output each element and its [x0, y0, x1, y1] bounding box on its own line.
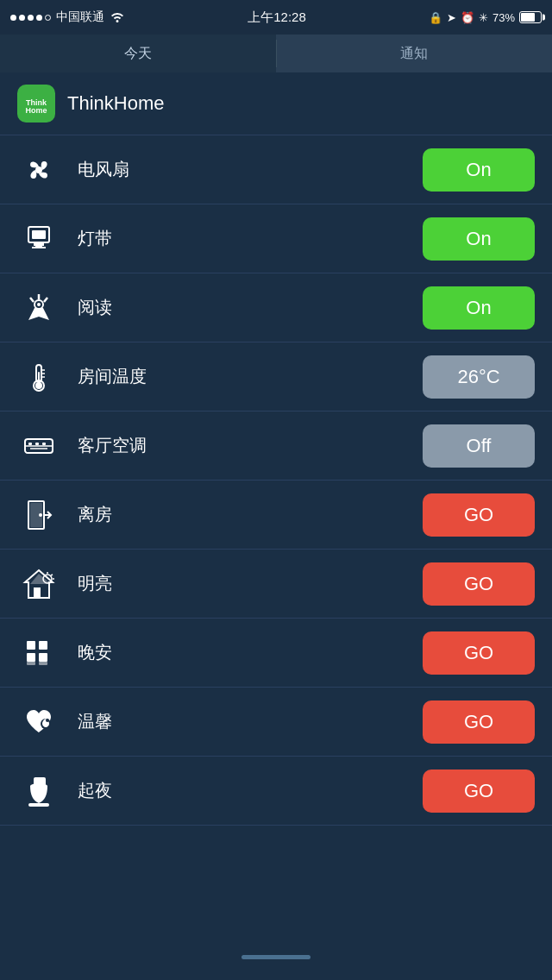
svg-line-36	[51, 575, 53, 575]
svg-point-29	[39, 513, 42, 517]
tab-bar: 今天 通知	[0, 35, 552, 72]
status-left: 中国联通	[10, 9, 125, 25]
wifi-icon	[110, 10, 125, 25]
device-name-night: 起夜	[78, 779, 423, 802]
device-row-led: 灯带 On	[0, 204, 552, 273]
device-name-bright: 明亮	[78, 572, 423, 595]
svg-rect-43	[39, 662, 47, 665]
bottom-bar	[0, 933, 552, 980]
home-icon	[17, 562, 60, 606]
svg-rect-48	[28, 803, 49, 807]
app-title: ThinkHome	[67, 92, 164, 115]
svg-point-47	[30, 783, 47, 788]
btn-bright[interactable]: GO	[423, 562, 535, 606]
device-list: 电风扇 On 灯带 On 阅读	[0, 135, 552, 826]
battery-percent: 73%	[492, 11, 515, 24]
svg-rect-17	[38, 372, 40, 384]
svg-point-3	[35, 166, 42, 173]
svg-rect-23	[28, 443, 32, 445]
svg-rect-33	[34, 587, 41, 598]
btn-temp[interactable]: 26°C	[423, 355, 535, 399]
led-icon	[17, 217, 60, 261]
heart-icon	[17, 700, 60, 744]
btn-leave[interactable]: GO	[423, 493, 535, 537]
svg-point-45	[46, 719, 49, 722]
device-name-warm: 温馨	[78, 710, 423, 733]
tab-notify[interactable]: 通知	[277, 35, 553, 72]
device-name-fan: 电风扇	[78, 158, 423, 181]
signal-icon	[10, 15, 51, 21]
lock-icon: 🔒	[429, 11, 442, 24]
svg-line-11	[30, 298, 34, 302]
svg-rect-39	[39, 641, 47, 650]
bluetooth-icon: ✳	[479, 11, 488, 24]
btn-night[interactable]: GO	[423, 770, 535, 813]
device-row-read: 阅读 On	[0, 273, 552, 342]
device-name-led: 灯带	[78, 227, 423, 250]
btn-led[interactable]: On	[423, 217, 535, 261]
door-icon	[17, 493, 60, 537]
svg-line-10	[44, 298, 47, 302]
btn-fan[interactable]: On	[423, 148, 535, 192]
device-name-temp: 房间温度	[78, 365, 423, 388]
svg-rect-5	[32, 230, 46, 239]
svg-rect-25	[42, 443, 46, 445]
tab-today[interactable]: 今天	[0, 35, 276, 72]
toilet-icon	[17, 770, 60, 813]
fan-icon	[17, 148, 60, 192]
device-name-sleep: 晚安	[78, 641, 423, 664]
device-name-leave: 离房	[78, 503, 423, 526]
device-row-night: 起夜 GO	[0, 757, 552, 826]
battery-icon	[519, 11, 542, 23]
read-icon	[17, 286, 60, 330]
btn-sleep[interactable]: GO	[423, 631, 535, 675]
svg-rect-41	[39, 653, 47, 662]
btn-warm[interactable]: GO	[423, 700, 535, 744]
device-row-sleep: 晚安 GO	[0, 619, 552, 688]
btn-ac[interactable]: Off	[423, 424, 535, 468]
location-icon: ➤	[447, 11, 456, 24]
device-row-warm: 温馨 GO	[0, 688, 552, 757]
svg-rect-6	[34, 242, 44, 246]
thermometer-icon	[17, 355, 60, 399]
device-row-temp: 房间温度 26°C	[0, 342, 552, 411]
alarm-icon: ⏰	[461, 11, 474, 24]
svg-rect-42	[27, 662, 35, 665]
device-row-bright: 明亮 GO	[0, 550, 552, 619]
grid-icon	[17, 631, 60, 675]
device-row-leave: 离房 GO	[0, 481, 552, 550]
ac-icon	[17, 424, 60, 468]
svg-point-13	[37, 303, 41, 306]
app-header: Think Home ThinkHome	[0, 72, 552, 135]
device-row-fan: 电风扇 On	[0, 135, 552, 204]
status-bar: 中国联通 上午12:28 🔒 ➤ ⏰ ✳ 73%	[0, 0, 552, 35]
svg-rect-24	[35, 443, 39, 445]
btn-read[interactable]: On	[423, 286, 535, 330]
svg-rect-40	[27, 653, 35, 662]
device-row-ac: 客厅空调 Off	[0, 411, 552, 481]
svg-rect-38	[27, 641, 35, 650]
status-right: 🔒 ➤ ⏰ ✳ 73%	[429, 11, 542, 24]
carrier-label: 中国联通	[56, 9, 104, 25]
home-indicator	[242, 955, 310, 959]
device-name-ac: 客厅空调	[78, 434, 423, 457]
svg-text:Home: Home	[25, 106, 47, 115]
device-name-read: 阅读	[78, 296, 423, 319]
app-logo: Think Home	[17, 85, 55, 122]
status-time: 上午12:28	[248, 9, 306, 26]
